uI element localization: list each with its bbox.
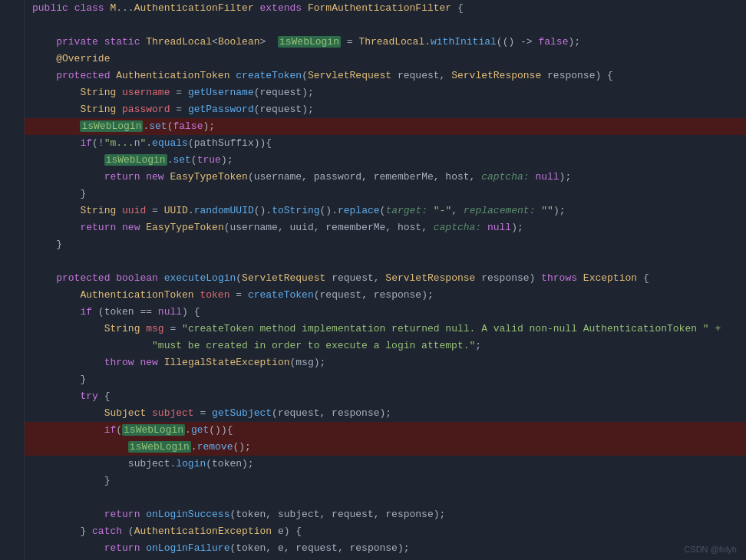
code-line-12: } [0,186,746,203]
code-line-30 [0,489,746,506]
code-line-3: private static ThreadLocal<Boolean> isWe… [0,34,746,51]
code-line-22: throw new IllegalStateException(msg); [0,354,746,371]
code-line-21: "must be created in order to execute a l… [0,338,746,354]
code-line-31: return onLoginSuccess(token, subject, re… [0,506,746,523]
watermark-text: CSDN @folyh [684,545,737,554]
code-line-2 [0,17,746,34]
code-line-11: return new EasyTypeToken(username, passw… [0,169,746,186]
code-line-6: String username = getUsername(request); [0,84,746,101]
code-line-34: } [0,557,746,560]
code-line-16 [0,253,746,270]
code-line-8: isWebLogin.set(false); [0,118,746,135]
code-line-5: protected AuthenticationToken createToke… [0,68,746,84]
code-line-23: } [0,371,746,388]
code-line-7: String password = getPassword(request); [0,101,746,118]
code-line-33: return onLoginFailure(token, e, request,… [0,540,746,557]
code-line-17: protected boolean executeLogin(ServletRe… [0,270,746,287]
code-line-26: if(isWebLogin.get()){ [0,422,746,439]
code-line-29: } [0,473,746,489]
code-line-9: if(!"m...n".equals(pathSuffix)){ [0,135,746,152]
code-line-10: isWebLogin.set(true); [0,152,746,169]
code-line-18: AuthenticationToken token = createToken(… [0,287,746,304]
code-line-4: @Override [0,51,746,68]
code-line-19: if (token == null) { [0,304,746,321]
code-line-25: Subject subject = getSubject(request, re… [0,405,746,422]
code-line-1: public class M...AuthenticationFilter ex… [0,0,746,17]
code-line-28: subject.login(token); [0,456,746,473]
code-line-27: isWebLogin.remove(); [0,439,746,456]
code-line-15: } [0,236,746,253]
code-line-20: String msg = "createToken method impleme… [0,321,746,338]
code-line-13: String uuid = UUID.randomUUID().toString… [0,203,746,219]
code-line-14: return new EasyTypeToken(username, uuid,… [0,219,746,236]
code-editor: public class M...AuthenticationFilter ex… [0,0,746,560]
code-line-24: try { [0,388,746,405]
code-line-32: } catch (AuthenticationException e) { [0,523,746,540]
